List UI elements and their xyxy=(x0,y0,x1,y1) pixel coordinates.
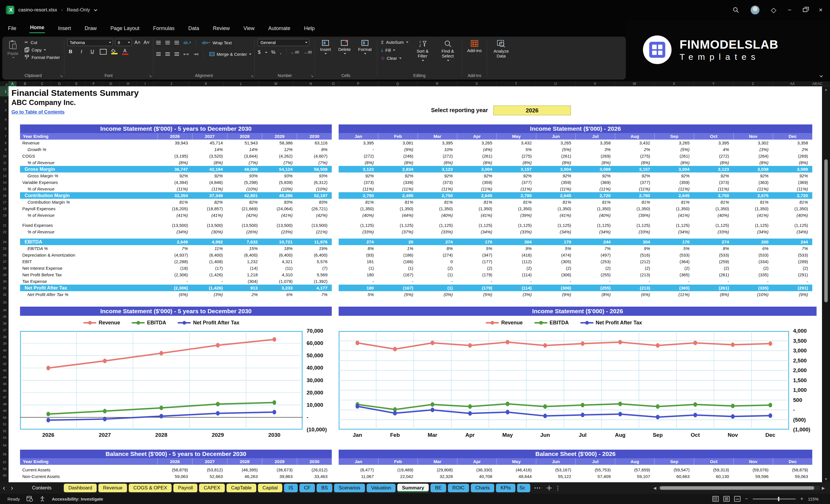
table-cell[interactable]: (8%) xyxy=(575,159,615,166)
row-label[interactable]: % of Revenue xyxy=(20,159,157,166)
table-cell[interactable]: (53,812) xyxy=(192,467,227,473)
table-cell[interactable]: (1,350) xyxy=(378,206,418,212)
table-cell[interactable]: (269) xyxy=(773,153,812,159)
column-header[interactable]: A xyxy=(8,81,17,86)
table-cell[interactable]: 81% xyxy=(157,199,192,206)
table-cell[interactable]: (1,350) xyxy=(615,206,655,212)
table-cell[interactable]: (13,500) xyxy=(262,222,297,228)
decrease-font-button[interactable]: A˅ xyxy=(143,40,150,45)
table-cell[interactable]: 304 xyxy=(615,239,655,245)
table-cell[interactable]: (11%) xyxy=(575,186,615,192)
table-cell[interactable]: (2) xyxy=(615,265,655,272)
table-cell[interactable]: 5% xyxy=(536,245,575,252)
wrap-text-button[interactable]: ab↩Wrap Text xyxy=(201,39,233,46)
table-cell[interactable]: (4,394) xyxy=(157,179,192,186)
table-header-cell[interactable]: Jun xyxy=(536,133,575,139)
table-cell[interactable]: (6,312) xyxy=(297,179,332,186)
column-header[interactable]: D xyxy=(51,81,68,86)
row-number[interactable]: 3 xyxy=(0,106,8,115)
row-number[interactable]: 17 xyxy=(0,199,8,206)
table-cell[interactable]: (34%) xyxy=(457,228,497,235)
table-header-cell[interactable]: Dec xyxy=(773,133,812,139)
table-header-cell[interactable]: 2029 xyxy=(262,133,297,139)
menu-item-page-layout[interactable]: Page Layout xyxy=(110,24,140,33)
table-cell[interactable]: (16,205) xyxy=(157,206,192,212)
column-header[interactable]: X xyxy=(655,81,694,86)
row-number[interactable]: 31 xyxy=(0,285,8,291)
menu-item-draw[interactable]: Draw xyxy=(84,24,97,33)
table-cell[interactable]: (11%) xyxy=(733,186,773,192)
sheet-tab-capex[interactable]: CAPEX xyxy=(199,484,225,492)
table-cell[interactable]: 81% xyxy=(339,199,378,206)
sheet-tab-revenue[interactable]: Revenue xyxy=(98,484,127,492)
autosum-button[interactable]: ΣAutoSum xyxy=(380,39,409,45)
table-cell[interactable]: 4,310 xyxy=(262,272,297,278)
table-cell[interactable]: - xyxy=(694,278,733,285)
table-cell[interactable]: (10%) xyxy=(227,186,262,192)
table-cell[interactable]: (1) xyxy=(378,265,418,272)
sheet-tab-summary[interactable]: Summary xyxy=(397,484,428,492)
table-cell[interactable]: 3,432 xyxy=(615,139,655,146)
sheet-tab-captable[interactable]: CapTable xyxy=(226,484,256,492)
table-cell[interactable]: 2,750 xyxy=(694,192,733,199)
delete-cells-button[interactable]: Delete xyxy=(336,39,353,73)
table-cell[interactable]: (2) xyxy=(457,265,497,272)
table-cell[interactable]: (11%) xyxy=(378,186,418,192)
table-cell[interactable]: (33%) xyxy=(497,228,536,235)
table-header-cell[interactable]: 2028 xyxy=(227,133,262,139)
row-number[interactable]: 51 xyxy=(0,421,8,428)
table-cell[interactable]: - xyxy=(575,278,615,285)
table-cell[interactable]: - xyxy=(655,278,694,285)
table-cell[interactable]: (179) xyxy=(457,272,497,278)
table-cell[interactable]: 3,233 xyxy=(262,285,297,291)
table-cell[interactable]: (365) xyxy=(655,272,694,278)
table-cell[interactable]: (13,500) xyxy=(192,222,227,228)
addins-button[interactable]: Add-ins xyxy=(465,39,484,73)
table-cell[interactable]: (33%) xyxy=(418,228,457,235)
row-number[interactable]: 13 xyxy=(0,172,8,179)
zoom-in-button[interactable]: + xyxy=(800,496,803,502)
table-cell[interactable]: (306) xyxy=(536,285,575,291)
table-cell[interactable]: (1,350) xyxy=(457,206,497,212)
table-cell[interactable]: 170 xyxy=(655,239,694,245)
table-cell[interactable]: 5,569 xyxy=(297,272,332,278)
table-cell[interactable]: - xyxy=(457,278,497,285)
table-cell[interactable]: 244 xyxy=(773,239,812,245)
table-cell[interactable]: (213) xyxy=(615,285,655,291)
table-cell[interactable]: (13,500) xyxy=(227,222,262,228)
table-cell[interactable]: (1,125) xyxy=(497,222,536,228)
sheet-tab-valuation[interactable]: Valuation xyxy=(367,484,396,492)
table-cell[interactable]: (41%) xyxy=(157,212,192,219)
table-cell[interactable]: (93) xyxy=(339,252,378,258)
table-cell[interactable]: 45,714 xyxy=(192,139,227,146)
table-cell[interactable]: 7,632 xyxy=(227,239,262,245)
table-cell[interactable]: - xyxy=(615,278,655,285)
table-header-cell[interactable]: Jun xyxy=(536,458,575,465)
table-cell[interactable]: (41%) xyxy=(192,212,227,219)
tab-options-icon[interactable] xyxy=(557,486,558,491)
row-label[interactable]: Variable Expenses xyxy=(20,179,157,186)
table-cell[interactable]: 54,124 xyxy=(262,166,297,172)
income-chart-monthly[interactable]: Income Statement ($'000) - 2026RevenueEB… xyxy=(339,307,817,439)
premium-diamond-icon[interactable]: ◇ xyxy=(771,6,776,14)
row-label[interactable]: Net Profit Before Tax xyxy=(20,272,157,278)
table-cell[interactable]: 51,943 xyxy=(227,139,262,146)
table-header-cell[interactable]: Jan xyxy=(339,133,378,139)
clear-button[interactable]: ◇Clear xyxy=(380,55,409,62)
decrease-decimal-button[interactable]: →.00 xyxy=(304,50,312,54)
table-cell[interactable]: 93% xyxy=(297,172,332,179)
column-header[interactable]: F xyxy=(85,81,102,86)
table-cell[interactable]: 170 xyxy=(457,239,497,245)
table-cell[interactable]: (1,408) xyxy=(192,258,227,265)
table-cell[interactable]: 8% xyxy=(694,245,733,252)
format-cells-button[interactable]: Format xyxy=(356,39,374,73)
table-cell[interactable]: 2,495 xyxy=(378,192,418,199)
table-cell[interactable]: 81% xyxy=(615,199,655,206)
legend-item[interactable]: EBITDA xyxy=(534,320,569,326)
table-cell[interactable]: (1,350) xyxy=(536,206,575,212)
row-number[interactable]: 18 xyxy=(0,206,8,212)
currency-format-button[interactable]: $ xyxy=(258,50,260,55)
table-cell[interactable]: 2,645 xyxy=(536,192,575,199)
table-cell[interactable]: - xyxy=(536,278,575,285)
row-label[interactable]: Contribution Margin xyxy=(20,192,157,199)
